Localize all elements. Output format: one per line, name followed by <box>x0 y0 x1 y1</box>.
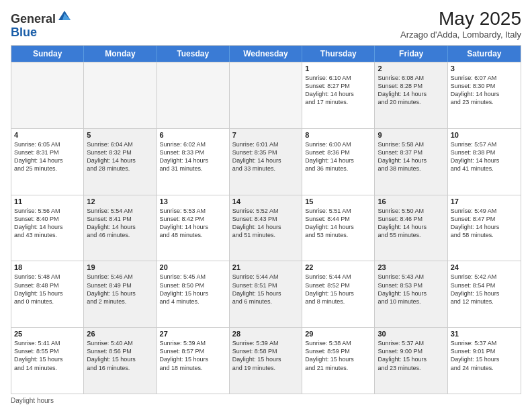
calendar-cell: 10Sunrise: 5:57 AM Sunset: 8:38 PM Dayli… <box>448 129 521 195</box>
day-number: 13 <box>160 197 226 205</box>
calendar-header-cell-wednesday: Wednesday <box>230 46 302 62</box>
title-section: May 2025 Arzago d'Adda, Lombardy, Italy <box>400 8 521 40</box>
calendar-cell <box>230 62 302 128</box>
logo-blue-text: Blue <box>11 26 37 39</box>
calendar-cell: 17Sunrise: 5:49 AM Sunset: 8:47 PM Dayli… <box>448 195 521 261</box>
day-number: 1 <box>305 64 371 73</box>
cell-text: Sunrise: 6:01 AM Sunset: 8:35 PM Dayligh… <box>232 140 299 173</box>
calendar-cell: 28Sunrise: 5:39 AM Sunset: 8:58 PM Dayli… <box>230 328 302 394</box>
cell-text: Sunrise: 5:56 AM Sunset: 8:40 PM Dayligh… <box>14 207 81 240</box>
cell-text: Sunrise: 5:50 AM Sunset: 8:46 PM Dayligh… <box>378 207 444 240</box>
cell-text: Sunrise: 5:53 AM Sunset: 8:42 PM Dayligh… <box>160 207 226 240</box>
calendar-cell: 19Sunrise: 5:46 AM Sunset: 8:49 PM Dayli… <box>84 261 157 327</box>
cell-text: Sunrise: 6:07 AM Sunset: 8:30 PM Dayligh… <box>451 74 518 107</box>
day-number: 9 <box>378 131 444 139</box>
calendar-cell: 16Sunrise: 5:50 AM Sunset: 8:46 PM Dayli… <box>375 195 447 261</box>
cell-text: Sunrise: 5:38 AM Sunset: 8:59 PM Dayligh… <box>305 339 371 372</box>
calendar-cell: 18Sunrise: 5:48 AM Sunset: 8:48 PM Dayli… <box>11 261 84 327</box>
day-number: 24 <box>451 263 518 271</box>
month-year: May 2025 <box>400 8 521 30</box>
calendar-cell: 5Sunrise: 6:04 AM Sunset: 8:32 PM Daylig… <box>84 129 157 195</box>
day-number: 26 <box>87 330 153 338</box>
day-number: 2 <box>378 64 444 73</box>
day-number: 16 <box>378 197 444 205</box>
calendar-cell: 24Sunrise: 5:42 AM Sunset: 8:54 PM Dayli… <box>448 261 521 327</box>
page: General Blue May 2025 Arzago d'Adda, Lom… <box>0 0 532 411</box>
calendar-cell: 21Sunrise: 5:44 AM Sunset: 8:51 PM Dayli… <box>230 261 302 327</box>
day-number: 3 <box>451 64 518 73</box>
cell-text: Sunrise: 5:45 AM Sunset: 8:50 PM Dayligh… <box>160 273 226 306</box>
calendar-body: 1Sunrise: 6:10 AM Sunset: 8:27 PM Daylig… <box>11 62 521 394</box>
calendar-header-cell-friday: Friday <box>375 46 447 62</box>
cell-text: Sunrise: 5:39 AM Sunset: 8:58 PM Dayligh… <box>232 339 299 372</box>
cell-text: Sunrise: 5:44 AM Sunset: 8:51 PM Dayligh… <box>232 273 299 306</box>
calendar-week-1: 4Sunrise: 6:05 AM Sunset: 8:31 PM Daylig… <box>11 128 521 195</box>
cell-text: Sunrise: 5:37 AM Sunset: 9:00 PM Dayligh… <box>378 339 444 372</box>
calendar-week-4: 25Sunrise: 5:41 AM Sunset: 8:55 PM Dayli… <box>11 327 521 394</box>
day-number: 22 <box>305 263 371 271</box>
cell-text: Sunrise: 5:48 AM Sunset: 8:48 PM Dayligh… <box>14 273 81 306</box>
cell-text: Sunrise: 5:58 AM Sunset: 8:37 PM Dayligh… <box>378 140 444 173</box>
calendar-header-cell-tuesday: Tuesday <box>157 46 230 62</box>
cell-text: Sunrise: 6:10 AM Sunset: 8:27 PM Dayligh… <box>305 74 371 107</box>
footer-note: Daylight hours <box>11 397 521 404</box>
day-number: 23 <box>378 263 444 271</box>
cell-text: Sunrise: 6:00 AM Sunset: 8:36 PM Dayligh… <box>305 140 371 173</box>
cell-text: Sunrise: 5:51 AM Sunset: 8:44 PM Dayligh… <box>305 207 371 240</box>
cell-text: Sunrise: 6:05 AM Sunset: 8:31 PM Dayligh… <box>14 140 81 173</box>
location: Arzago d'Adda, Lombardy, Italy <box>400 30 521 40</box>
day-number: 27 <box>160 330 226 338</box>
day-number: 4 <box>14 131 81 139</box>
day-number: 15 <box>305 197 371 205</box>
calendar-cell: 9Sunrise: 5:58 AM Sunset: 8:37 PM Daylig… <box>375 129 447 195</box>
day-number: 11 <box>14 197 81 205</box>
day-number: 28 <box>232 330 299 338</box>
day-number: 19 <box>87 263 153 271</box>
cell-text: Sunrise: 6:02 AM Sunset: 8:33 PM Dayligh… <box>160 140 226 173</box>
calendar-cell <box>11 62 84 128</box>
logo: General Blue <box>11 8 72 40</box>
calendar-week-0: 1Sunrise: 6:10 AM Sunset: 8:27 PM Daylig… <box>11 62 521 128</box>
calendar-cell: 27Sunrise: 5:39 AM Sunset: 8:57 PM Dayli… <box>157 328 230 394</box>
calendar-cell: 1Sunrise: 6:10 AM Sunset: 8:27 PM Daylig… <box>302 62 375 128</box>
day-number: 8 <box>305 131 371 139</box>
calendar-cell: 29Sunrise: 5:38 AM Sunset: 8:59 PM Dayli… <box>302 328 375 394</box>
day-number: 10 <box>451 131 518 139</box>
cell-text: Sunrise: 5:44 AM Sunset: 8:52 PM Dayligh… <box>305 273 371 306</box>
calendar-cell: 30Sunrise: 5:37 AM Sunset: 9:00 PM Dayli… <box>375 328 447 394</box>
calendar-cell: 11Sunrise: 5:56 AM Sunset: 8:40 PM Dayli… <box>11 195 84 261</box>
cell-text: Sunrise: 5:40 AM Sunset: 8:56 PM Dayligh… <box>87 339 153 372</box>
calendar-cell: 15Sunrise: 5:51 AM Sunset: 8:44 PM Dayli… <box>302 195 375 261</box>
day-number: 20 <box>160 263 226 271</box>
calendar-cell: 13Sunrise: 5:53 AM Sunset: 8:42 PM Dayli… <box>157 195 230 261</box>
calendar-cell: 8Sunrise: 6:00 AM Sunset: 8:36 PM Daylig… <box>302 129 375 195</box>
calendar-cell: 31Sunrise: 5:37 AM Sunset: 9:01 PM Dayli… <box>448 328 521 394</box>
calendar-week-3: 18Sunrise: 5:48 AM Sunset: 8:48 PM Dayli… <box>11 261 521 327</box>
logo-icon <box>57 8 72 23</box>
calendar-header-cell-thursday: Thursday <box>302 46 375 62</box>
calendar-cell: 25Sunrise: 5:41 AM Sunset: 8:55 PM Dayli… <box>11 328 84 394</box>
header: General Blue May 2025 Arzago d'Adda, Lom… <box>11 8 521 40</box>
cell-text: Sunrise: 5:43 AM Sunset: 8:53 PM Dayligh… <box>378 273 444 306</box>
calendar-cell: 2Sunrise: 6:08 AM Sunset: 8:28 PM Daylig… <box>375 62 447 128</box>
calendar-cell: 4Sunrise: 6:05 AM Sunset: 8:31 PM Daylig… <box>11 129 84 195</box>
cell-text: Sunrise: 5:39 AM Sunset: 8:57 PM Dayligh… <box>160 339 226 372</box>
calendar-header-cell-saturday: Saturday <box>448 46 521 62</box>
calendar-header-cell-sunday: Sunday <box>11 46 84 62</box>
day-number: 5 <box>87 131 153 139</box>
calendar-cell: 20Sunrise: 5:45 AM Sunset: 8:50 PM Dayli… <box>157 261 230 327</box>
calendar-cell: 12Sunrise: 5:54 AM Sunset: 8:41 PM Dayli… <box>84 195 157 261</box>
calendar-cell: 7Sunrise: 6:01 AM Sunset: 8:35 PM Daylig… <box>230 129 302 195</box>
day-number: 17 <box>451 197 518 205</box>
cell-text: Sunrise: 5:54 AM Sunset: 8:41 PM Dayligh… <box>87 207 153 240</box>
day-number: 29 <box>305 330 371 338</box>
day-number: 12 <box>87 197 153 205</box>
calendar-header-row: SundayMondayTuesdayWednesdayThursdayFrid… <box>11 46 521 62</box>
day-number: 14 <box>232 197 299 205</box>
day-number: 18 <box>14 263 81 271</box>
day-number: 31 <box>451 330 518 338</box>
day-number: 6 <box>160 131 226 139</box>
calendar-cell: 6Sunrise: 6:02 AM Sunset: 8:33 PM Daylig… <box>157 129 230 195</box>
cell-text: Sunrise: 5:42 AM Sunset: 8:54 PM Dayligh… <box>451 273 518 306</box>
day-number: 25 <box>14 330 81 338</box>
